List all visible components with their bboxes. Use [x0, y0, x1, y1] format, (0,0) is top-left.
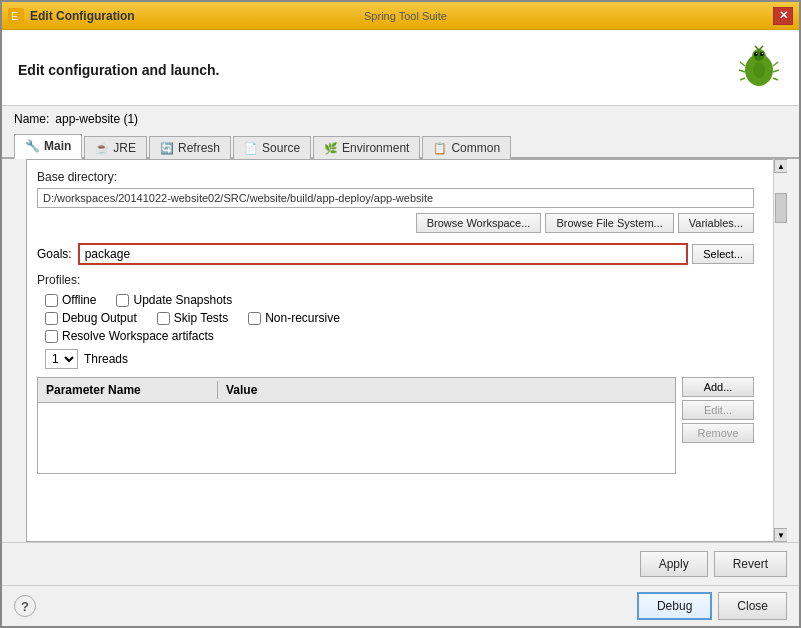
update-snapshots-checkbox-item: Update Snapshots: [116, 293, 232, 307]
header-section: Edit configuration and launch.: [2, 30, 799, 106]
params-section: Parameter Name Value Add... Edit... Remo…: [37, 377, 754, 474]
name-label: Name:: [14, 112, 49, 126]
variables-button[interactable]: Variables...: [678, 213, 754, 233]
resolve-workspace-row: Resolve Workspace artifacts: [45, 329, 754, 343]
title-bar: E Edit Configuration Spring Tool Suite ✕: [2, 2, 799, 30]
title-bar-subtitle: Spring Tool Suite: [364, 10, 447, 22]
param-value-header: Value: [218, 381, 675, 399]
params-table-header: Parameter Name Value: [38, 378, 675, 403]
browse-workspace-button[interactable]: Browse Workspace...: [416, 213, 542, 233]
goals-input[interactable]: [78, 243, 689, 265]
table-actions: Add... Edit... Remove: [682, 377, 754, 474]
select-button[interactable]: Select...: [692, 244, 754, 264]
non-recursive-checkbox[interactable]: [248, 312, 261, 325]
profiles-label: Profiles:: [37, 273, 754, 287]
scroll-down-arrow[interactable]: ▼: [774, 528, 787, 542]
svg-line-12: [739, 70, 745, 72]
revert-button[interactable]: Revert: [714, 551, 787, 577]
threads-select[interactable]: 1 2 4: [45, 349, 78, 369]
close-button[interactable]: Close: [718, 592, 787, 620]
svg-line-14: [773, 62, 778, 66]
tab-jre-icon: ☕: [95, 142, 109, 155]
tab-environment-icon: 🌿: [324, 142, 338, 155]
svg-line-16: [773, 78, 778, 80]
tab-main-icon: 🔧: [25, 139, 40, 153]
name-row: Name: app-website (1): [2, 106, 799, 132]
content-panel: Base directory: Browse Workspace... Brow…: [26, 159, 775, 542]
svg-line-13: [740, 78, 745, 80]
debug-output-label: Debug Output: [62, 311, 137, 325]
skip-tests-checkbox[interactable]: [157, 312, 170, 325]
browse-filesystem-button[interactable]: Browse File System...: [545, 213, 673, 233]
tab-common[interactable]: 📋 Common: [422, 136, 511, 159]
debug-output-checkbox-item: Debug Output: [45, 311, 137, 325]
footer-bar: ? Debug Close: [2, 585, 799, 626]
app-icon: E: [8, 8, 24, 24]
browse-buttons-row: Browse Workspace... Browse File System..…: [37, 213, 754, 233]
tab-source-label: Source: [262, 141, 300, 155]
help-button[interactable]: ?: [14, 595, 36, 617]
update-snapshots-checkbox[interactable]: [116, 294, 129, 307]
resolve-workspace-label: Resolve Workspace artifacts: [62, 329, 214, 343]
tab-source-icon: 📄: [244, 142, 258, 155]
offline-checkbox-item: Offline: [45, 293, 96, 307]
svg-point-7: [756, 53, 758, 55]
goals-row: Goals: Select...: [37, 243, 754, 265]
tab-refresh-label: Refresh: [178, 141, 220, 155]
svg-point-17: [753, 62, 765, 78]
tabs-bar: 🔧 Main ☕ JRE 🔄 Refresh 📄 Source 🌿 Enviro…: [2, 132, 799, 159]
footer-right: Debug Close: [637, 592, 787, 620]
tab-common-label: Common: [451, 141, 500, 155]
tab-jre[interactable]: ☕ JRE: [84, 136, 147, 159]
debug-button[interactable]: Debug: [637, 592, 712, 620]
title-bar-title: Edit Configuration: [30, 9, 356, 23]
skip-tests-checkbox-item: Skip Tests: [157, 311, 228, 325]
goals-label: Goals:: [37, 247, 72, 261]
svg-text:E: E: [11, 10, 18, 22]
base-dir-label: Base directory:: [37, 170, 754, 184]
threads-label: Threads: [84, 352, 128, 366]
update-snapshots-label: Update Snapshots: [133, 293, 232, 307]
debug-output-checkbox[interactable]: [45, 312, 58, 325]
param-name-header: Parameter Name: [38, 381, 218, 399]
header-title: Edit configuration and launch.: [18, 62, 219, 78]
apply-button[interactable]: Apply: [640, 551, 708, 577]
bug-icon: [735, 42, 783, 97]
params-table: Parameter Name Value: [37, 377, 676, 474]
skip-tests-label: Skip Tests: [174, 311, 228, 325]
tab-source[interactable]: 📄 Source: [233, 136, 311, 159]
tab-environment[interactable]: 🌿 Environment: [313, 136, 420, 159]
tab-refresh[interactable]: 🔄 Refresh: [149, 136, 231, 159]
base-dir-input[interactable]: [37, 188, 754, 208]
scrollbar-track: ▲ ▼: [773, 159, 787, 542]
non-recursive-label: Non-recursive: [265, 311, 340, 325]
tab-common-icon: 📋: [433, 142, 447, 155]
add-param-button[interactable]: Add...: [682, 377, 754, 397]
tab-refresh-icon: 🔄: [160, 142, 174, 155]
svg-point-8: [762, 53, 764, 55]
tab-main[interactable]: 🔧 Main: [14, 134, 82, 159]
threads-row: 1 2 4 Threads: [45, 349, 754, 369]
offline-checkbox[interactable]: [45, 294, 58, 307]
main-window: E Edit Configuration Spring Tool Suite ✕…: [0, 0, 801, 628]
offline-label: Offline: [62, 293, 96, 307]
edit-param-button[interactable]: Edit...: [682, 400, 754, 420]
close-window-button[interactable]: ✕: [773, 7, 793, 25]
scroll-up-arrow[interactable]: ▲: [774, 159, 787, 173]
params-table-body: [38, 403, 675, 473]
tab-main-label: Main: [44, 139, 71, 153]
name-value: app-website (1): [55, 112, 138, 126]
tab-jre-label: JRE: [113, 141, 136, 155]
bottom-bar: Apply Revert: [2, 542, 799, 585]
svg-line-11: [740, 62, 745, 66]
tab-environment-label: Environment: [342, 141, 409, 155]
resolve-workspace-checkbox[interactable]: [45, 330, 58, 343]
remove-param-button[interactable]: Remove: [682, 423, 754, 443]
scrollbar-thumb[interactable]: [775, 193, 787, 223]
non-recursive-checkbox-item: Non-recursive: [248, 311, 340, 325]
svg-line-15: [773, 70, 779, 72]
